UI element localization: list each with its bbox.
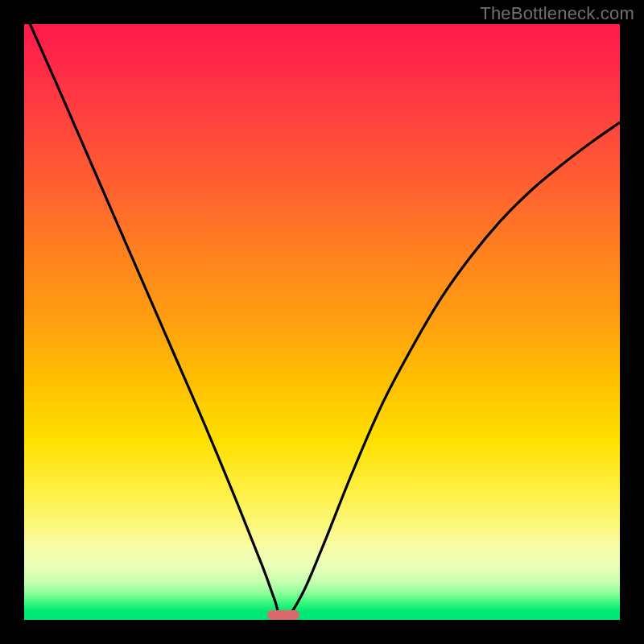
watermark-text: TheBottleneck.com <box>480 3 634 24</box>
curve-path <box>30 24 620 620</box>
chart-frame: TheBottleneck.com <box>0 0 644 644</box>
balance-marker <box>267 610 300 620</box>
plot-area <box>24 24 620 620</box>
bottleneck-curve <box>24 24 620 620</box>
